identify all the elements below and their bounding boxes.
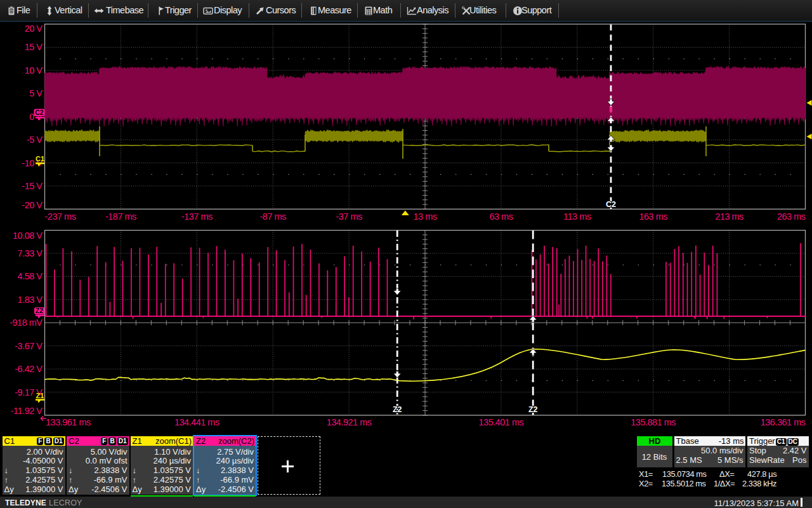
svg-text:Z2: Z2 [528,405,538,414]
svg-text:15 V: 15 V [25,42,43,52]
svg-text:Z2: Z2 [393,405,402,414]
svg-text:-15 V: -15 V [22,181,43,191]
svg-text:-37 ms: -37 ms [336,211,362,222]
svg-text:5 V: 5 V [29,88,43,98]
svg-text:113 ms: 113 ms [563,211,591,222]
svg-text:Z1: Z1 [36,392,44,399]
svg-text:-11.92 V: -11.92 V [11,406,43,416]
svg-text:7.33 V: 7.33 V [18,248,43,258]
svg-text:-237 ms: -237 ms [45,211,76,222]
svg-text:13 ms: 13 ms [414,211,437,222]
svg-text:1.83 V: 1.83 V [18,295,43,305]
svg-text:263 ms: 263 ms [777,211,806,222]
svg-text:213 ms: 213 ms [715,211,743,222]
svg-text:-87 ms: -87 ms [260,211,287,222]
svg-text:134.441 ms: 134.441 ms [174,417,219,427]
svg-text:135.881 ms: 135.881 ms [631,417,676,427]
svg-text:10.08 V: 10.08 V [13,231,43,241]
svg-text:133.961 ms: 133.961 ms [46,417,91,427]
svg-text:C1: C1 [36,155,44,163]
svg-text:163 ms: 163 ms [639,211,667,222]
svg-text:C2: C2 [606,200,616,209]
svg-text:-187 ms: -187 ms [105,211,136,222]
svg-text:-5 V: -5 V [27,135,43,145]
svg-text:135.401 ms: 135.401 ms [479,417,524,427]
svg-text:4.58 V: 4.58 V [18,271,43,281]
svg-text:-137 ms: -137 ms [181,211,213,222]
svg-text:-918 mV: -918 mV [10,318,43,328]
svg-text:-20 V: -20 V [22,200,43,210]
svg-text:-6.42 V: -6.42 V [15,364,43,374]
svg-text:10 V: 10 V [25,65,43,76]
svg-text:-3.67 V: -3.67 V [15,341,43,351]
svg-text:63 ms: 63 ms [489,211,513,222]
svg-text:C2: C2 [35,109,44,116]
svg-text:134.921 ms: 134.921 ms [327,417,372,427]
svg-text:136.361 ms: 136.361 ms [761,417,806,427]
svg-text:Z2: Z2 [36,307,43,314]
svg-text:20 V: 20 V [25,23,43,34]
